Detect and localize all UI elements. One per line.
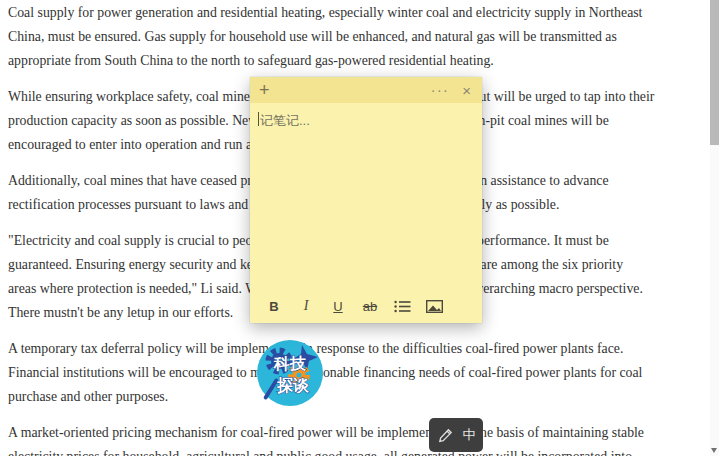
sticky-note-titlebar[interactable]: + ··· × xyxy=(250,77,482,103)
image-icon xyxy=(426,300,443,313)
bullet-list-icon xyxy=(394,300,411,313)
text-line: A market-oriented pricing mechanism for … xyxy=(8,421,713,445)
sticky-note-window: + ··· × 记笔记... B I U ab xyxy=(250,77,482,323)
page: Coal supply for power generation and res… xyxy=(0,0,720,456)
text-line: China, must be ensured. Gas supply for h… xyxy=(8,25,713,49)
text-caret xyxy=(258,112,259,126)
watermark-logo: 科技 探谈 xyxy=(256,339,324,407)
text-line: Financial institutions will be encourage… xyxy=(8,361,713,385)
paragraph: A temporary tax deferral policy will be … xyxy=(8,337,713,409)
italic-button[interactable]: I xyxy=(290,296,322,316)
scrollbar-thumb[interactable] xyxy=(710,0,719,145)
underline-button[interactable]: U xyxy=(322,296,354,316)
close-icon[interactable]: × xyxy=(462,82,471,99)
paragraph: Coal supply for power generation and res… xyxy=(8,1,713,73)
logo-text-line2: 探谈 xyxy=(276,377,310,394)
note-placeholder: 记笔记... xyxy=(260,112,310,130)
ime-toolbar-button[interactable]: 中 xyxy=(429,418,483,452)
pencil-icon xyxy=(437,426,455,444)
text-line: electricity prices for household, agricu… xyxy=(8,445,713,456)
ime-language-label: 中 xyxy=(463,426,476,444)
note-format-toolbar: B I U ab xyxy=(258,296,450,316)
bold-button[interactable]: B xyxy=(258,296,290,316)
logo-text-line1: 科技 xyxy=(273,355,307,372)
text-line: Coal supply for power generation and res… xyxy=(8,1,713,25)
menu-button[interactable]: ··· xyxy=(431,82,450,98)
bullet-list-button[interactable] xyxy=(386,296,418,316)
scrollbar-track[interactable] xyxy=(710,0,719,456)
text-line: appropriate from South China to the nort… xyxy=(8,49,713,73)
text-line: A temporary tax deferral policy will be … xyxy=(8,337,713,361)
insert-image-button[interactable] xyxy=(418,296,450,316)
text-line: purchase and other purposes. xyxy=(8,385,713,409)
paragraph: A market-oriented pricing mechanism for … xyxy=(8,421,713,456)
new-note-button[interactable]: + xyxy=(259,81,270,99)
strikethrough-button[interactable]: ab xyxy=(354,296,386,316)
note-text-area[interactable]: 记笔记... xyxy=(250,103,482,323)
scrollbar-down-arrow-icon[interactable] xyxy=(711,448,717,453)
